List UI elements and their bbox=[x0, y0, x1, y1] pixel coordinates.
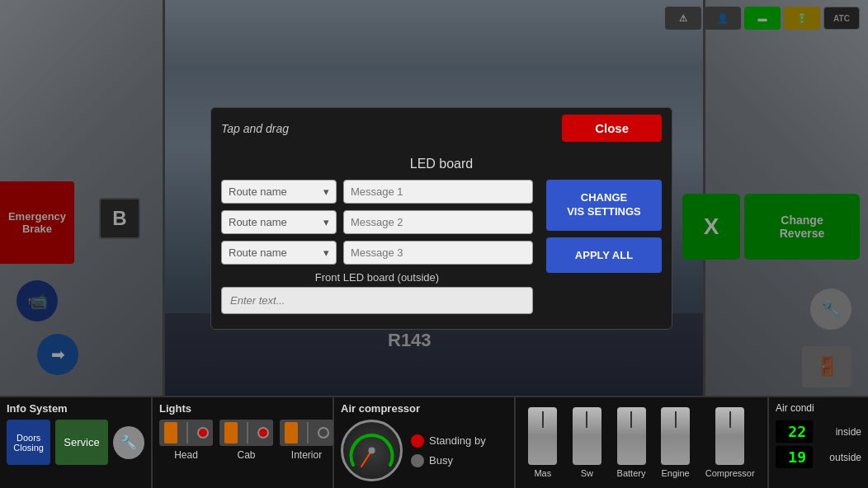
interior-switch-left bbox=[285, 422, 298, 443]
inside-reading-row: 22 inside bbox=[776, 420, 861, 443]
standing-by-status: Standing by bbox=[411, 434, 486, 448]
head-lights-control: Head bbox=[159, 420, 213, 461]
compressor-label: Com​pressor bbox=[705, 468, 755, 478]
message-input-3[interactable] bbox=[343, 241, 533, 265]
head-light-switch[interactable] bbox=[159, 420, 213, 446]
front-led-label: Front LED board (outside) bbox=[221, 271, 533, 284]
route-select-2[interactable]: Route name ▾ bbox=[221, 210, 337, 234]
compressor-switch: Com​pressor bbox=[705, 407, 755, 478]
busy-dot bbox=[411, 454, 424, 467]
modal-content-row: Route name ▾ Route name ▾ Route bbox=[221, 180, 662, 314]
cab-switch-line bbox=[247, 422, 248, 443]
compressor-content: Standing by Busy bbox=[341, 420, 507, 481]
route-select-2-text: Route name bbox=[229, 216, 287, 228]
air-compressor-section: Air compressor Standing by Busy bbox=[334, 397, 516, 488]
mas-label: Mas bbox=[534, 468, 551, 478]
front-led-input[interactable] bbox=[221, 287, 533, 314]
interior-lights-control: Interior bbox=[280, 420, 333, 461]
inside-temp-value: 22 bbox=[776, 420, 813, 443]
sw-knob-line bbox=[586, 411, 587, 428]
compressor-knob[interactable] bbox=[715, 407, 744, 465]
message-input-2[interactable] bbox=[343, 210, 533, 234]
compressor-knob-line bbox=[729, 411, 731, 428]
busy-status: Busy bbox=[411, 454, 486, 467]
interior-switch-indicator bbox=[318, 427, 329, 439]
mas-switch: Mas bbox=[528, 407, 557, 478]
mas-knob[interactable] bbox=[528, 407, 557, 465]
message-input-1[interactable] bbox=[343, 180, 533, 204]
chevron-down-icon-2: ▾ bbox=[323, 216, 329, 228]
outside-temp-value: 19 bbox=[776, 446, 813, 468]
outside-label: outside bbox=[829, 452, 861, 463]
apply-all-button[interactable]: APPLY ALL bbox=[546, 237, 662, 273]
battery-knob[interactable] bbox=[617, 407, 646, 465]
info-system-buttons: DoorsClosing Service 🔧 bbox=[7, 420, 144, 465]
doors-closing-button[interactable]: DoorsClosing bbox=[7, 420, 50, 465]
led-board-modal: Tap and drag Close LED board Route name … bbox=[210, 107, 672, 330]
front-led-section: Front LED board (outside) bbox=[221, 271, 533, 314]
pressure-gauge bbox=[341, 420, 403, 481]
battery-knob-line bbox=[630, 411, 632, 428]
sw-switch: Sw bbox=[573, 407, 601, 478]
engine-knob-line bbox=[675, 411, 677, 428]
doors-closing-label: DoorsClosing bbox=[13, 433, 44, 453]
busy-label: Busy bbox=[429, 454, 453, 467]
route-select-1[interactable]: Route name ▾ bbox=[221, 180, 337, 204]
modal-inputs: Route name ▾ Route name ▾ Route bbox=[221, 180, 533, 314]
change-vis-settings-button[interactable]: CHANGEVIS SETTINGS bbox=[546, 180, 662, 231]
air-compressor-title: Air compressor bbox=[341, 402, 507, 415]
air-cond-section: Air condi 22 inside 19 outside bbox=[769, 397, 868, 488]
head-switch-left bbox=[164, 422, 177, 443]
cab-light-switch[interactable] bbox=[219, 420, 273, 446]
modal-right-buttons: CHANGEVIS SETTINGS APPLY ALL bbox=[546, 180, 662, 314]
interior-switch-line bbox=[307, 422, 309, 443]
cab-switch-indicator bbox=[257, 427, 269, 439]
compressor-status: Standing by Busy bbox=[411, 434, 486, 467]
interior-light-switch[interactable] bbox=[280, 420, 333, 446]
head-switch-indicator bbox=[197, 427, 209, 439]
route-select-1-text: Route name bbox=[229, 185, 287, 198]
air-cond-title: Air condi bbox=[776, 402, 861, 414]
switches-section: Mas Sw Ba​ttery En​gine Com​pressor bbox=[516, 397, 769, 488]
battery-switch: Ba​ttery bbox=[617, 407, 646, 478]
svg-point-1 bbox=[369, 448, 375, 454]
wrench-icon: 🔧 bbox=[120, 434, 137, 450]
wrench-button[interactable]: 🔧 bbox=[113, 426, 144, 459]
modal-title: LED board bbox=[221, 157, 662, 171]
standing-by-dot bbox=[411, 434, 424, 448]
head-switch-line bbox=[186, 422, 188, 443]
cab-lights-control: Cab bbox=[219, 420, 273, 461]
chevron-down-icon-1: ▾ bbox=[323, 185, 329, 198]
info-system-title: Info System bbox=[7, 402, 144, 415]
outside-reading-row: 19 outside bbox=[776, 446, 861, 468]
standing-by-label: Standing by bbox=[429, 434, 486, 447]
battery-label: Ba​ttery bbox=[617, 468, 646, 478]
cab-label: Cab bbox=[237, 449, 255, 461]
sw-label: Sw bbox=[581, 468, 593, 478]
modal-close-button[interactable]: Close bbox=[562, 115, 662, 142]
sw-knob[interactable] bbox=[573, 407, 601, 465]
modal-header: Tap and drag Close bbox=[211, 108, 672, 148]
air-cond-readings: 22 inside 19 outside bbox=[776, 420, 861, 468]
chevron-down-icon-3: ▾ bbox=[323, 246, 329, 259]
modal-body: LED board Route name ▾ Route name ▾ bbox=[211, 148, 672, 329]
bottom-bar: Info System DoorsClosing Service 🔧 Light… bbox=[0, 396, 868, 488]
cab-switch-left bbox=[224, 422, 238, 443]
service-label: Service bbox=[64, 436, 99, 448]
service-button[interactable]: Service bbox=[55, 420, 107, 465]
head-label: Head bbox=[174, 449, 198, 461]
lights-title: Lights bbox=[159, 402, 326, 415]
gauge-svg bbox=[345, 424, 399, 477]
interior-label: Interior bbox=[291, 449, 322, 461]
route-select-3-text: Route name bbox=[229, 246, 287, 259]
inside-label: inside bbox=[836, 426, 861, 438]
info-system-section: Info System DoorsClosing Service 🔧 bbox=[0, 397, 153, 488]
engine-label: En​gine bbox=[661, 468, 689, 478]
route-select-3[interactable]: Route name ▾ bbox=[221, 241, 337, 265]
lights-controls: Head Cab Interior bbox=[159, 420, 326, 461]
engine-switch: En​gine bbox=[661, 407, 690, 478]
mas-knob-line bbox=[542, 411, 544, 428]
modal-drag-label: Tap and drag bbox=[221, 122, 289, 135]
lights-section: Lights Head Cab bbox=[153, 397, 334, 488]
engine-knob[interactable] bbox=[661, 407, 690, 465]
